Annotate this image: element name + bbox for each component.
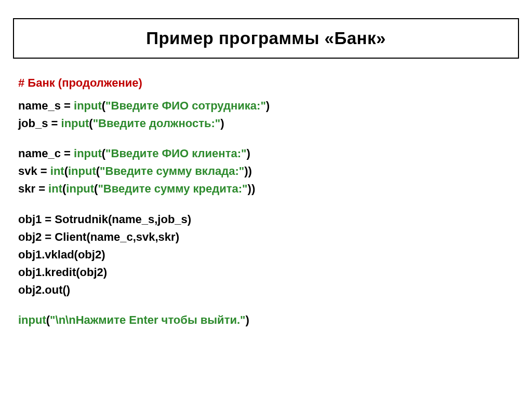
code-line-10: obj2.out() bbox=[18, 281, 514, 299]
code-line-1: name_s = input("Введите ФИО сотрудника:"… bbox=[18, 97, 514, 115]
code-comment: # Банк (продолжение) bbox=[18, 74, 514, 92]
code-line-4: svk = int(input("Введите сумму вклада:")… bbox=[18, 162, 514, 180]
code-line-9: obj1.kredit(obj2) bbox=[18, 264, 514, 281]
title-box: Пример программы «Банк» bbox=[13, 18, 519, 59]
code-line-2: job_s = input("Введите должность:") bbox=[18, 115, 514, 132]
code-line-6: obj1 = Sotrudnik(name_s,job_s) bbox=[18, 211, 514, 228]
code-line-7: obj2 = Client(name_c,svk,skr) bbox=[18, 228, 514, 246]
blank-line bbox=[18, 299, 514, 311]
page-title: Пример программы «Банк» bbox=[14, 29, 518, 48]
blank-line bbox=[18, 132, 514, 145]
code-line-5: skr = int(input("Введите сумму кредита:"… bbox=[18, 180, 514, 198]
code-line-8: obj1.vklad(obj2) bbox=[18, 246, 514, 264]
code-content: # Банк (продолжение) name_s = input("Вве… bbox=[18, 74, 514, 329]
blank-line bbox=[18, 198, 514, 211]
code-line-3: name_c = input("Введите ФИО клиента:") bbox=[18, 145, 514, 162]
code-line-11: input("\n\nНажмите Enter чтобы выйти.") bbox=[18, 311, 514, 329]
